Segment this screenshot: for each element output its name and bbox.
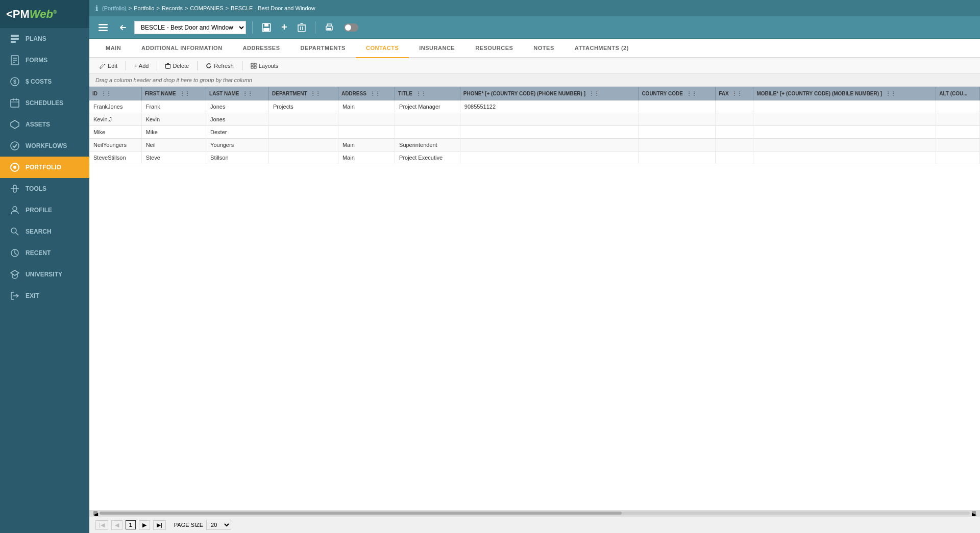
page-size-selector[interactable]: 2050100 (206, 520, 231, 530)
col-first-name: FIRST NAME ⋮⋮ (141, 87, 206, 100)
prev-page-button[interactable]: ◀ (111, 520, 122, 530)
sort-icon-fax[interactable]: ⋮⋮ (732, 91, 742, 96)
layouts-button[interactable]: Layouts (247, 61, 283, 70)
refresh-button[interactable]: Refresh (202, 61, 238, 70)
university-icon (9, 269, 20, 280)
logo-area: <PMWeb® (0, 0, 89, 28)
svg-rect-40 (166, 64, 170, 68)
sidebar-item-search[interactable]: SEARCH (0, 221, 89, 242)
breadcrumb-portfolio-link[interactable]: (Portfolio) (102, 5, 127, 11)
table-row[interactable]: SteveStillson Steve Stillson Main Projec… (89, 151, 980, 164)
action-bar: Edit + Add Delete Refr (89, 58, 980, 74)
hamburger-menu-button[interactable] (95, 21, 111, 34)
scroll-left-arrow[interactable]: ◀ (93, 511, 97, 515)
sidebar-item-profile[interactable]: PROFILE (0, 199, 89, 221)
table-row[interactable]: NeilYoungers Neil Youngers Main Superint… (89, 139, 980, 151)
cell-alt (936, 151, 980, 164)
info-icon[interactable]: ℹ (95, 4, 98, 12)
sort-icon-id[interactable]: ⋮⋮ (101, 91, 111, 96)
tab-resources[interactable]: RESOURCES (465, 39, 523, 58)
delete-button[interactable] (295, 21, 309, 34)
tab-addresses[interactable]: ADDRESSES (233, 39, 290, 58)
back-button[interactable] (115, 21, 130, 34)
contacts-table-wrapper[interactable]: ID ⋮⋮ FIRST NAME ⋮⋮ LAST NAME ⋮⋮ DEPAR (89, 87, 980, 510)
cell-alt (936, 100, 980, 113)
scroll-right-arrow[interactable]: ▶ (972, 511, 976, 515)
cell-fax (716, 100, 753, 113)
portfolio-icon (9, 162, 20, 173)
sidebar-item-forms[interactable]: FORMS (0, 49, 89, 71)
cell-phone (460, 113, 639, 126)
table-row[interactable]: Mike Mike Dexter (89, 126, 980, 139)
search-icon (9, 226, 20, 237)
svg-point-20 (11, 228, 16, 233)
sort-icon-cc[interactable]: ⋮⋮ (687, 91, 697, 96)
company-selector[interactable]: BESCLE - Best Door and Window (134, 21, 246, 34)
workflows-icon (9, 140, 20, 151)
sort-icon-title[interactable]: ⋮⋮ (416, 91, 426, 96)
col-last-name: LAST NAME ⋮⋮ (206, 87, 269, 100)
svg-rect-44 (254, 63, 256, 65)
sort-icon-mobile[interactable]: ⋮⋮ (886, 91, 896, 96)
edit-button[interactable]: Edit (95, 61, 121, 70)
sort-icon-lastname[interactable]: ⋮⋮ (242, 91, 253, 96)
sort-icon-phone[interactable]: ⋮⋮ (589, 91, 599, 96)
toolbar-separator-1 (252, 21, 253, 34)
sidebar-item-schedules[interactable]: SCHEDULES (0, 92, 89, 114)
breadcrumb-records: Records (162, 5, 183, 11)
action-sep-4 (242, 61, 242, 70)
table-row[interactable]: FrankJones Frank Jones Projects Main Pro… (89, 100, 980, 113)
sidebar-item-portfolio[interactable]: PORTFOLIO (0, 157, 89, 178)
tab-notes[interactable]: NOTES (523, 39, 564, 58)
svg-rect-30 (263, 28, 270, 31)
svg-line-21 (16, 233, 18, 235)
cell-id: Kevin.J (89, 113, 141, 126)
sidebar-item-tools[interactable]: TOOLS (0, 178, 89, 199)
sort-icon-firstname[interactable]: ⋮⋮ (180, 91, 190, 96)
cell-mobile (753, 151, 936, 164)
current-page: 1 (126, 520, 136, 529)
action-add-button[interactable]: + Add (130, 61, 153, 70)
tab-insurance[interactable]: INSURANCE (409, 39, 465, 58)
sort-icon-addr[interactable]: ⋮⋮ (370, 91, 380, 96)
cell-firstname: Frank (141, 100, 206, 113)
tab-contacts[interactable]: CONTACTS (356, 39, 409, 58)
forms-icon (9, 55, 20, 66)
sidebar-item-exit[interactable]: EXIT (0, 285, 89, 307)
toggle-button[interactable] (341, 21, 361, 34)
svg-rect-9 (11, 99, 19, 107)
sidebar-item-costs[interactable]: $ $ COSTS (0, 71, 89, 92)
table-row[interactable]: Kevin.J Kevin Jones (89, 113, 980, 126)
cell-title: Superintendent (395, 139, 460, 151)
last-page-button[interactable]: ▶| (153, 520, 166, 530)
tab-additional[interactable]: ADDITIONAL INFORMATION (131, 39, 232, 58)
sidebar-item-assets[interactable]: ASSETS (0, 114, 89, 135)
add-button[interactable]: + (278, 19, 290, 35)
sort-icon-dept[interactable]: ⋮⋮ (310, 91, 321, 96)
scrollbar-thumb[interactable] (100, 512, 622, 515)
sidebar-item-university[interactable]: UNIVERSITY (0, 264, 89, 285)
next-page-button[interactable]: ▶ (139, 520, 150, 530)
cell-alt (936, 126, 980, 139)
print-button[interactable] (322, 21, 337, 34)
svg-text:$: $ (13, 79, 16, 85)
tab-main[interactable]: MAIN (95, 39, 131, 58)
cell-id: FrankJones (89, 100, 141, 113)
action-delete-button[interactable]: Delete (161, 61, 193, 70)
first-page-button[interactable]: |◀ (95, 520, 108, 530)
svg-rect-29 (264, 23, 268, 27)
sidebar-item-plans[interactable]: PLANS (0, 28, 89, 49)
scrollbar-track[interactable] (100, 512, 970, 515)
cell-addr: Main (338, 100, 395, 113)
svg-point-16 (13, 166, 16, 169)
cell-cc (639, 126, 716, 139)
save-button[interactable] (259, 21, 274, 34)
tab-attachments[interactable]: ATTACHMENTS (2) (565, 39, 639, 58)
sidebar-item-recent[interactable]: RECENT (0, 242, 89, 264)
cell-lastname: Youngers (206, 139, 269, 151)
cell-id: Mike (89, 126, 141, 139)
horizontal-scrollbar[interactable]: ◀ ▶ (89, 510, 980, 516)
sidebar-item-workflows[interactable]: WORKFLOWS (0, 135, 89, 157)
tab-departments[interactable]: DEPARTMENTS (290, 39, 356, 58)
svg-rect-43 (251, 63, 253, 65)
